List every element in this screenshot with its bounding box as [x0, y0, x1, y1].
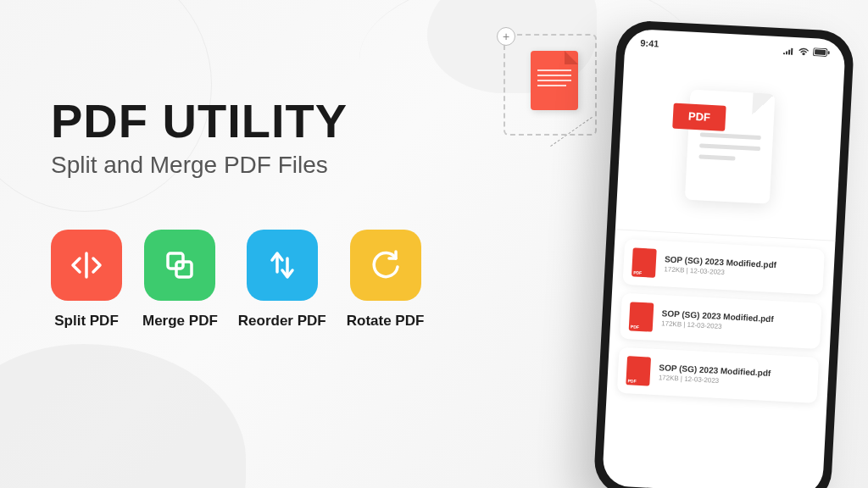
statusbar-icons [782, 46, 830, 57]
phone-hero: PDF [615, 53, 845, 241]
file-list-item[interactable]: PDF SOP (SG) 2023 Modified.pdf 172KB | 1… [617, 347, 820, 403]
feature-label: Rotate PDF [347, 313, 425, 330]
phone-mockup: 9:41 PDF PDF SOP (SG) 2 [593, 19, 855, 488]
plus-icon: + [497, 27, 515, 46]
phone-file-list: PDF SOP (SG) 2023 Modified.pdf 172KB | 1… [602, 230, 835, 488]
phone-screen: 9:41 PDF PDF SOP (SG) 2 [602, 29, 846, 488]
feature-label: Split PDF [54, 313, 119, 330]
pdf-file-icon: PDF [632, 247, 657, 277]
floating-doc-placeholder: + [504, 34, 597, 136]
feature-rotate-pdf[interactable]: Rotate PDF [347, 230, 425, 330]
feature-label: Merge PDF [142, 313, 218, 330]
bg-decoration [0, 344, 246, 488]
svg-rect-3 [815, 49, 826, 55]
signal-icon [782, 46, 795, 55]
rotate-icon [350, 230, 421, 301]
wifi-icon [798, 47, 810, 56]
pdf-illustration: PDF [681, 85, 780, 208]
feature-label: Reorder PDF [238, 313, 326, 330]
reorder-icon [247, 230, 318, 301]
battery-icon [813, 47, 830, 57]
feature-split-pdf[interactable]: Split PDF [51, 230, 122, 330]
pdf-file-icon: PDF [629, 302, 654, 331]
file-list-item[interactable]: PDF SOP (SG) 2023 Modified.pdf 172KB | 1… [620, 293, 822, 349]
file-list-item[interactable]: PDF SOP (SG) 2023 Modified.pdf 172KB | 1… [622, 239, 825, 295]
split-icon [51, 230, 122, 301]
feature-merge-pdf[interactable]: Merge PDF [142, 230, 218, 330]
pdf-badge: PDF [672, 103, 726, 130]
statusbar-time: 9:41 [640, 37, 659, 48]
svg-rect-4 [828, 51, 830, 54]
pdf-file-icon: PDF [626, 356, 651, 385]
feature-reorder-pdf[interactable]: Reorder PDF [238, 230, 326, 330]
document-icon [531, 51, 578, 110]
merge-icon [144, 230, 215, 301]
